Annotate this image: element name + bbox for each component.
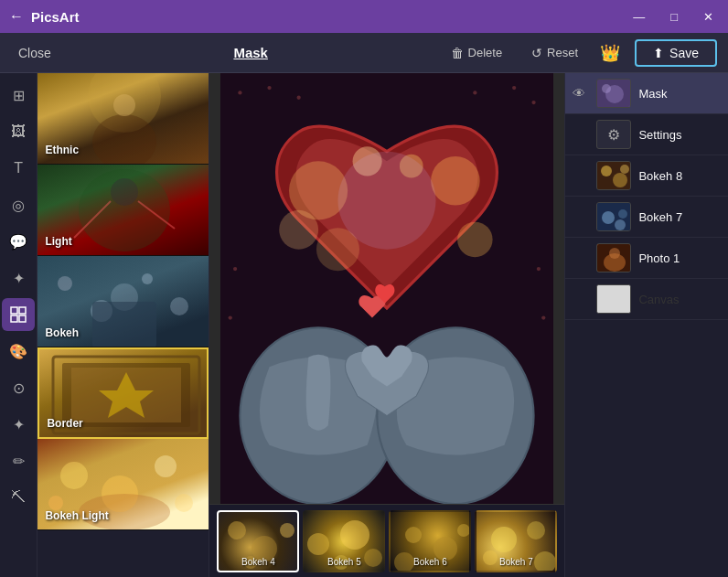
main-canvas[interactable] — [209, 73, 564, 504]
title-bar-controls: — □ ✕ — [627, 8, 719, 26]
tools-sidebar: ⊞ 🖼 T ◎ 💬 ✦ 🎨 ⊙ ✦ ✏ ⛏ — [0, 73, 37, 577]
filmstrip-bokeh4-label: Bokeh 4 — [219, 557, 297, 567]
svg-point-74 — [602, 211, 615, 224]
svg-point-32 — [512, 86, 516, 90]
svg-point-52 — [280, 523, 294, 538]
svg-point-34 — [233, 267, 237, 271]
canvas-svg — [209, 73, 564, 504]
title-bar-left: ← PicsArt — [9, 8, 80, 25]
tool-adjust[interactable]: ⊙ — [2, 371, 35, 404]
svg-point-30 — [297, 96, 301, 100]
svg-point-58 — [405, 527, 422, 543]
filmstrip-bokeh7[interactable]: Bokeh 7 — [475, 510, 557, 572]
title-bar: ← PicsArt — □ ✕ — [0, 0, 728, 33]
svg-point-76 — [615, 219, 626, 230]
filter-ethnic[interactable]: Ethnic — [37, 73, 209, 165]
maximize-button[interactable]: □ — [665, 8, 683, 26]
tool-star[interactable]: ✦ — [2, 262, 35, 294]
filter-bokeh-label: Bokeh — [45, 326, 79, 339]
filmstrip: Bokeh 4 Bokeh 5 Bokeh 6 — [209, 504, 564, 577]
svg-rect-0 — [11, 307, 17, 314]
svg-point-11 — [58, 276, 72, 291]
settings-gear-symbol: ⚙ — [607, 126, 620, 144]
reset-action[interactable]: ↺ Reset — [524, 42, 585, 64]
filter-bokeh[interactable]: Bokeh — [37, 256, 209, 347]
filter-bokeh-light[interactable]: Bokeh Light — [37, 439, 209, 530]
svg-point-54 — [307, 533, 329, 555]
svg-rect-3 — [19, 315, 26, 322]
save-label: Save — [669, 46, 699, 60]
layer-mask[interactable]: 👁 Mask — [565, 73, 728, 114]
svg-point-60 — [457, 524, 470, 537]
filmstrip-bokeh5-label: Bokeh 5 — [305, 557, 383, 567]
svg-point-70 — [601, 166, 612, 176]
layer-bokeh7-label: Bokeh 7 — [638, 210, 721, 224]
svg-point-79 — [609, 248, 620, 259]
svg-point-14 — [170, 297, 188, 315]
layer-photo1-label: Photo 1 — [638, 251, 721, 265]
filter-light-label: Light — [45, 235, 71, 248]
layer-photo1[interactable]: Photo 1 — [565, 238, 728, 279]
layer-thumb-canvas — [596, 284, 631, 314]
tool-speech[interactable]: 💬 — [2, 225, 35, 258]
reset-label: Reset — [547, 46, 578, 59]
delete-action[interactable]: 🗑 Delete — [444, 42, 510, 64]
reset-icon: ↺ — [531, 46, 542, 60]
svg-point-8 — [111, 178, 138, 206]
svg-point-41 — [432, 156, 481, 206]
tool-grid[interactable]: ⊞ — [2, 79, 35, 112]
back-icon[interactable]: ← — [9, 8, 24, 25]
app-title: PicsArt — [31, 9, 80, 25]
tool-mask[interactable] — [2, 298, 35, 331]
filter-light[interactable]: Light — [37, 165, 209, 256]
minimize-button[interactable]: — — [627, 8, 650, 26]
toolbar-title: Mask — [73, 45, 429, 60]
layer-settings-label: Settings — [638, 128, 721, 142]
layer-canvas-label: Canvas — [638, 293, 721, 306]
layer-mask-label: Mask — [638, 87, 721, 101]
filmstrip-bokeh6[interactable]: Bokeh 6 — [389, 510, 471, 572]
window-close-button[interactable]: ✕ — [698, 8, 719, 26]
svg-point-71 — [613, 173, 627, 187]
filter-ethnic-label: Ethnic — [45, 144, 79, 156]
svg-rect-1 — [19, 307, 26, 314]
svg-point-24 — [175, 494, 193, 512]
tool-effects[interactable]: ✦ — [2, 408, 35, 441]
layer-thumb-bokeh7 — [596, 202, 631, 231]
layer-bokeh7[interactable]: Bokeh 7 — [565, 197, 728, 238]
layer-settings[interactable]: ⚙ Settings — [565, 114, 728, 155]
svg-point-29 — [268, 86, 272, 90]
layer-thumb-bokeh8 — [596, 161, 631, 190]
save-button[interactable]: ⬆ Save — [635, 39, 717, 67]
svg-point-42 — [280, 210, 319, 250]
filter-bokeh-light-label: Bokeh Light — [45, 509, 108, 522]
tool-color[interactable]: 🎨 — [2, 335, 35, 368]
filmstrip-bokeh4[interactable]: Bokeh 4 — [217, 510, 299, 572]
filmstrip-bokeh5[interactable]: Bokeh 5 — [303, 510, 385, 572]
layer-panel: 👁 Mask ⚙ Settings — [564, 73, 728, 577]
svg-point-72 — [620, 165, 629, 174]
svg-point-31 — [474, 91, 477, 94]
svg-rect-80 — [597, 285, 631, 314]
svg-point-43 — [457, 222, 493, 258]
svg-point-28 — [239, 91, 242, 94]
layer-bokeh8-label: Bokeh 8 — [638, 169, 721, 183]
svg-point-36 — [537, 267, 541, 271]
tool-circle[interactable]: ◎ — [2, 188, 35, 221]
tool-tools[interactable]: ⛏ — [2, 481, 35, 514]
svg-point-6 — [113, 94, 135, 116]
layer-thumb-settings: ⚙ — [596, 120, 631, 149]
delete-label: Delete — [468, 46, 503, 59]
trash-icon: 🗑 — [451, 46, 464, 60]
close-button[interactable]: Close — [11, 42, 59, 64]
eye-icon-mask[interactable]: 👁 — [573, 86, 589, 101]
tool-brush[interactable]: ✏ — [2, 444, 35, 477]
tool-image[interactable]: 🖼 — [2, 115, 35, 148]
filmstrip-bokeh6-label: Bokeh 6 — [391, 557, 469, 567]
svg-rect-16 — [92, 302, 156, 347]
layer-canvas[interactable]: Canvas — [565, 279, 728, 320]
filmstrip-bokeh7-label: Bokeh 7 — [476, 557, 555, 567]
layer-bokeh8[interactable]: Bokeh 8 — [565, 155, 728, 197]
filter-border[interactable]: Border — [37, 347, 209, 439]
tool-text[interactable]: T — [2, 152, 35, 185]
